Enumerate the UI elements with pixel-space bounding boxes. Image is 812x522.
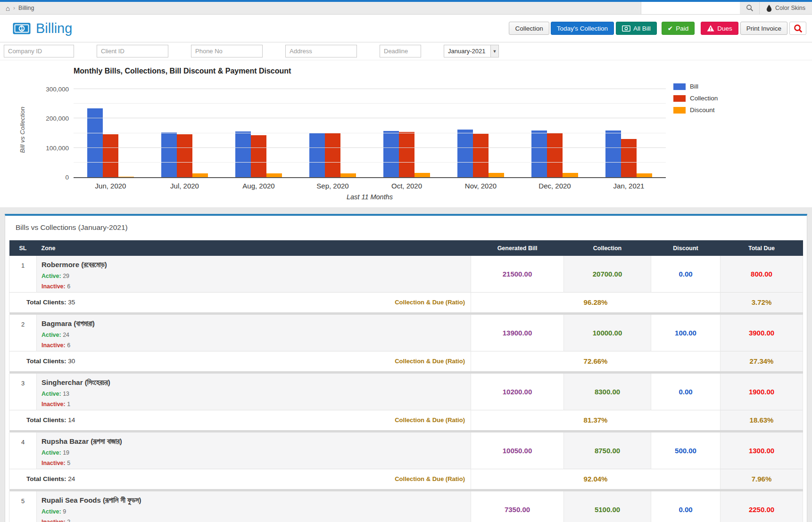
print-invoice-button[interactable]: Print Invoice [740, 22, 787, 35]
chart-x-tick: Jun, 2020 [74, 182, 148, 190]
ratio-row: Total Clients: 24 Collection & Due (Rati… [9, 469, 803, 489]
breadcrumb[interactable]: Billing [18, 5, 34, 11]
zone-cell: Robermore (রবেরমোড়) Active: 29 Inactive… [37, 256, 471, 292]
deadline-input[interactable] [380, 45, 421, 57]
inactive-count: 6 [67, 283, 70, 290]
table-row: 2 Bagmara (বাগমারা) Active: 24 Inactive:… [9, 315, 803, 351]
company-id-input[interactable] [4, 45, 74, 57]
inactive-label: Inactive: [41, 460, 66, 466]
legend-item-discount: Discount [673, 106, 718, 114]
total-due-value: 1300.00 [721, 432, 803, 469]
legend-swatch-discount [673, 107, 686, 114]
page-title: Billing [36, 21, 72, 36]
all-bill-button[interactable]: All Bill [616, 22, 657, 35]
breadcrumb-bar: ⌂ › Billing Color Skins [0, 2, 812, 15]
active-label: Active: [41, 449, 61, 456]
bar-collection [177, 134, 192, 177]
sl-cell: 1 [9, 256, 37, 292]
svg-text:1: 1 [20, 26, 23, 31]
chart-bar-group [296, 83, 370, 177]
bar-collection [621, 139, 637, 177]
total-due-value: 1900.00 [721, 374, 803, 410]
todays-collection-button[interactable]: Today's Collection [551, 22, 614, 35]
collection-ratio-value: 81.37% [471, 410, 721, 430]
chart-x-tick: Jul, 2020 [148, 182, 222, 190]
chart-x-axis-labels: Jun, 2020Jul, 2020Aug, 2020Sep, 2020Oct,… [74, 182, 666, 190]
total-clients-count: 24 [68, 475, 75, 482]
panel-title: Bills vs Collections (January-2021) [9, 216, 803, 240]
chart-y-axis-title: Bill vs Collection [19, 95, 26, 165]
bar-bill [457, 130, 473, 177]
chart-x-tick: Aug, 2020 [222, 182, 296, 190]
inactive-label: Inactive: [41, 342, 66, 349]
chart-gridline [74, 118, 666, 118]
color-skins-toggle[interactable]: Color Skins [760, 2, 812, 14]
collection-ratio-value: 96.28% [471, 292, 721, 312]
bar-bill [235, 131, 251, 177]
chart-bar-group [222, 83, 296, 177]
address-input[interactable] [285, 45, 357, 57]
bar-collection [103, 134, 118, 177]
money-bill-icon: 1 [12, 22, 31, 35]
chart-y-tick: 100,000 [26, 145, 69, 152]
active-count: 13 [63, 391, 69, 397]
month-select-value: January-2021 [444, 48, 490, 55]
ratio-caption: Collection & Due (Ratio) [395, 358, 465, 365]
month-select[interactable]: January-2021 ▼ [444, 45, 499, 57]
legend-item-bill: Bill [673, 83, 718, 90]
client-id-input[interactable] [97, 45, 168, 57]
bar-discount [414, 173, 430, 177]
inactive-count: 2 [67, 519, 70, 522]
table-row: 4 Rupsha Bazar (রূপসা বাজার) Active: 19 … [9, 432, 803, 469]
topbar-search-button[interactable] [740, 2, 760, 14]
header-zone: Zone [37, 240, 471, 256]
active-count: 29 [63, 273, 69, 279]
total-clients-count: 30 [68, 358, 75, 365]
money-bill-icon [622, 25, 630, 32]
chart-gridline [74, 89, 666, 89]
topbar-search-input[interactable] [641, 2, 740, 14]
legend-swatch-bill [673, 83, 686, 90]
page-header: 1 Billing Collection Today's Collection … [0, 15, 812, 42]
chart-title: Monthly Bills, Collections, Bill Discoun… [74, 67, 291, 75]
phone-no-input[interactable] [191, 45, 263, 57]
bar-discount [489, 173, 504, 177]
active-label: Active: [41, 508, 61, 515]
collection-button[interactable]: Collection [509, 22, 549, 35]
collection-value: 5100.00 [564, 491, 651, 522]
chart-bar-group [148, 83, 222, 177]
search-button[interactable] [789, 22, 806, 35]
active-count: 24 [63, 332, 69, 338]
breadcrumb-separator-icon: › [13, 5, 15, 11]
inactive-label: Inactive: [41, 401, 66, 408]
active-label: Active: [41, 332, 61, 338]
total-clients-cell: Total Clients: 24 Collection & Due (Rati… [9, 469, 471, 489]
bar-discount [340, 173, 356, 177]
due-ratio-value: 18.63% [721, 410, 803, 430]
zone-name: Bagmara (বাগমারা) [41, 319, 471, 328]
table-row: 3 Singherchar (সিংহেরচর) Active: 13 Inac… [9, 374, 803, 410]
discount-value: 500.00 [651, 432, 721, 469]
bar-bill [87, 108, 103, 177]
total-clients-cell: Total Clients: 30 Collection & Due (Rati… [9, 351, 471, 371]
generated-bill-value: 10200.00 [471, 374, 564, 410]
total-clients-count: 14 [68, 416, 75, 424]
dues-button[interactable]: Dues [701, 22, 738, 35]
paid-button[interactable]: ✔ Paid [662, 22, 695, 35]
bar-collection [325, 133, 340, 177]
chart-bar-group [518, 83, 592, 177]
bar-collection [547, 133, 563, 177]
chart-bar-group [592, 83, 666, 177]
bar-discount [118, 177, 134, 177]
chart-y-tick: 200,000 [26, 115, 69, 122]
active-label: Active: [41, 391, 61, 397]
bar-discount [637, 173, 652, 177]
active-count: 9 [63, 508, 66, 515]
zone-cell: Bagmara (বাগমারা) Active: 24 Inactive: 6 [37, 315, 471, 351]
bills-vs-collections-panel: Bills vs Collections (January-2021) SL Z… [5, 214, 807, 522]
chart-x-tick: Dec, 2020 [518, 182, 592, 190]
search-icon [794, 24, 803, 33]
home-icon[interactable]: ⌂ [6, 5, 10, 12]
inactive-label: Inactive: [41, 519, 66, 522]
zone-name: Singherchar (সিংহেরচর) [41, 378, 471, 387]
